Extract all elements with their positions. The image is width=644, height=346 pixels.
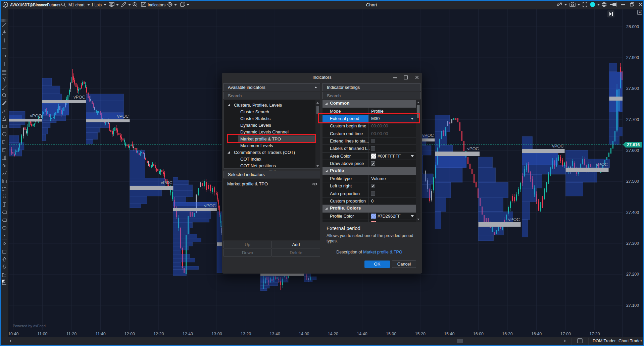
svg-text:Chart Trader: Chart Trader bbox=[618, 339, 642, 343]
svg-text:DOM Trader: DOM Trader bbox=[593, 339, 616, 343]
